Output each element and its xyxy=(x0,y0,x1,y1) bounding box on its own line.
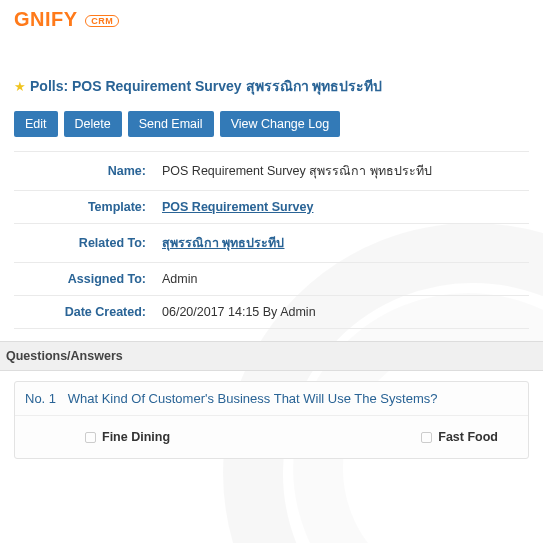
value-name: POS Requirement Survey สุพรรณิกา พุทธประ… xyxy=(154,152,529,191)
delete-button[interactable]: Delete xyxy=(64,111,122,137)
label-date-created: Date Created: xyxy=(14,296,154,329)
table-row: Template: POS Requirement Survey xyxy=(14,191,529,224)
label-related-to: Related To: xyxy=(14,224,154,263)
value-assigned-to: Admin xyxy=(154,263,529,296)
app-logo: GNIFY CRM xyxy=(14,0,529,35)
logo-text: GNIFY xyxy=(14,8,77,30)
action-toolbar: Edit Delete Send Email View Change Log xyxy=(14,111,529,137)
related-to-link[interactable]: สุพรรณิกา พุทธประทีป xyxy=(162,236,284,250)
checkbox-icon xyxy=(421,432,432,443)
table-row: Date Created: 06/20/2017 14:15 By Admin xyxy=(14,296,529,329)
template-link[interactable]: POS Requirement Survey xyxy=(162,200,313,214)
value-date-created: 06/20/2017 14:15 By Admin xyxy=(154,296,529,329)
checkbox-icon xyxy=(85,432,96,443)
table-row: Name: POS Requirement Survey สุพรรณิกา พ… xyxy=(14,152,529,191)
view-change-log-button[interactable]: View Change Log xyxy=(220,111,340,137)
send-email-button[interactable]: Send Email xyxy=(128,111,214,137)
question-header: No. 1 What Kind Of Customer's Business T… xyxy=(15,382,528,416)
logo-badge: CRM xyxy=(85,15,119,27)
question-number: No. 1 xyxy=(25,391,56,406)
edit-button[interactable]: Edit xyxy=(14,111,58,137)
answer-label: Fine Dining xyxy=(102,430,170,444)
label-template: Template: xyxy=(14,191,154,224)
question-text: What Kind Of Customer's Business That Wi… xyxy=(68,391,438,406)
label-name: Name: xyxy=(14,152,154,191)
answer-label: Fast Food xyxy=(438,430,498,444)
answer-option-fine-dining[interactable]: Fine Dining xyxy=(85,430,170,444)
table-row: Assigned To: Admin xyxy=(14,263,529,296)
answer-option-fast-food[interactable]: Fast Food xyxy=(421,430,498,444)
star-icon: ★ xyxy=(14,79,26,94)
question-box: No. 1 What Kind Of Customer's Business T… xyxy=(14,381,529,459)
page-title: Polls: POS Requirement Survey สุพรรณิกา … xyxy=(30,75,382,97)
label-assigned-to: Assigned To: xyxy=(14,263,154,296)
detail-table: Name: POS Requirement Survey สุพรรณิกา พ… xyxy=(14,151,529,329)
questions-answers-header: Questions/Answers xyxy=(0,341,543,371)
table-row: Related To: สุพรรณิกา พุทธประทีป xyxy=(14,224,529,263)
